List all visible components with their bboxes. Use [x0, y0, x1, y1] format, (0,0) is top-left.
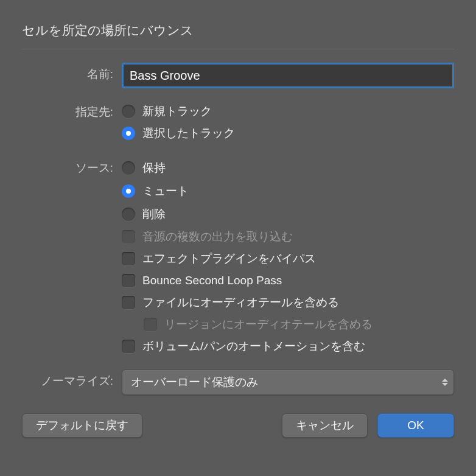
normalize-select-value: オーバーロード保護のみ — [131, 374, 258, 390]
check-bypass-fx-label: エフェクトプラグインをバイパス — [142, 251, 316, 267]
check-multi-output — [122, 230, 135, 243]
destination-label: 指定先: — [22, 100, 122, 120]
check-second-loop-label: Bounce Second Loop Pass — [142, 274, 282, 287]
source-radio-delete[interactable] — [122, 208, 135, 221]
source-radio-keep[interactable] — [122, 161, 135, 175]
ok-button[interactable]: OK — [377, 413, 454, 438]
source-option-mute: ミュート — [142, 183, 189, 199]
cancel-button[interactable]: キャンセル — [282, 413, 368, 438]
destination-option-new-track: 新規トラック — [142, 103, 212, 119]
normalize-label: ノーマライズ: — [22, 369, 122, 389]
source-radio-mute[interactable] — [122, 184, 135, 198]
dialog-title: セルを所定の場所にバウンス — [22, 22, 454, 49]
source-label: ソース: — [22, 156, 122, 176]
name-label: 名前: — [22, 63, 122, 82]
check-tail-file-label: ファイルにオーディオテールを含める — [142, 295, 339, 310]
destination-radio-selected-track[interactable] — [122, 127, 135, 140]
source-option-keep: 保持 — [142, 160, 166, 176]
source-option-delete: 削除 — [142, 206, 166, 222]
check-tail-region-label: リージョンにオーディオテールを含める — [164, 317, 373, 332]
destination-radio-new-track[interactable] — [122, 105, 135, 118]
check-tail-file[interactable] — [122, 296, 135, 309]
check-second-loop[interactable] — [122, 274, 135, 287]
check-multi-output-label: 音源の複数の出力を取り込む — [142, 229, 293, 245]
restore-defaults-button[interactable]: デフォルトに戻す — [22, 413, 142, 438]
destination-option-selected-track: 選択したトラック — [142, 125, 235, 141]
name-input[interactable] — [122, 63, 454, 88]
normalize-select[interactable]: オーバーロード保護のみ — [122, 369, 454, 395]
check-vol-pan-automation-label: ボリューム/パンのオートメーションを含む — [142, 338, 365, 354]
check-tail-region — [144, 318, 157, 331]
check-vol-pan-automation[interactable] — [122, 340, 135, 353]
check-bypass-fx[interactable] — [122, 252, 135, 265]
